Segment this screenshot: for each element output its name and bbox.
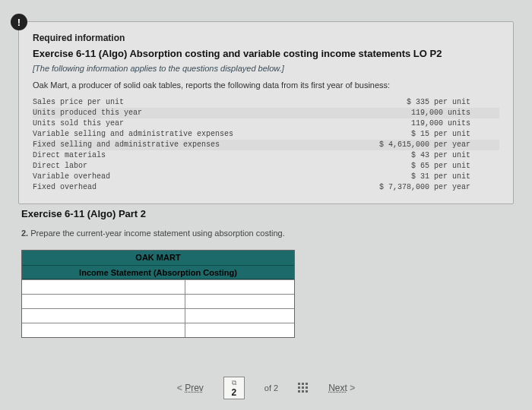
data-table: Sales price per unit$ 335 per unit Units… <box>33 97 499 193</box>
link-icon: ⧉ <box>224 377 244 386</box>
data-value: $ 335 per unit <box>294 97 499 108</box>
chevron-right-icon: > <box>350 383 355 393</box>
data-value: $ 15 per unit <box>294 129 499 140</box>
required-info-panel: Required information Exercise 6-11 (Algo… <box>18 21 514 204</box>
page-indicator[interactable]: ⧉ 2 <box>223 377 245 399</box>
worksheet-cell[interactable] <box>185 295 294 308</box>
data-label: Direct labor <box>33 161 294 172</box>
data-value: $ 7,378,000 per year <box>294 182 499 193</box>
part2-section: Exercise 6-11 (Algo) Part 2 2. Prepare t… <box>21 208 511 338</box>
prev-button[interactable]: < Prev <box>177 383 204 393</box>
data-value: 119,000 units <box>294 118 499 129</box>
worksheet-stmt-title: Income Statement (Absorption Costing) <box>22 266 294 279</box>
worksheet-cell[interactable] <box>22 323 185 337</box>
data-value: $ 43 per unit <box>294 150 499 161</box>
part2-title: Exercise 6-11 (Algo) Part 2 <box>21 208 511 219</box>
data-label: Direct materials <box>33 150 294 161</box>
data-label: Units sold this year <box>33 118 294 129</box>
chevron-left-icon: < <box>177 383 182 393</box>
data-label: Sales price per unit <box>33 97 294 108</box>
worksheet-cell[interactable] <box>185 323 294 337</box>
worksheet-cell[interactable] <box>185 309 294 323</box>
next-button[interactable]: Next > <box>328 383 355 393</box>
page-current: 2 <box>224 386 244 399</box>
part2-instruction: 2. Prepare the current-year income state… <box>21 229 511 238</box>
data-label: Units produced this year <box>33 108 294 118</box>
worksheet-cell[interactable] <box>185 280 294 294</box>
worksheet-cell[interactable] <box>22 309 185 323</box>
next-label: Next <box>328 383 347 393</box>
data-value: $ 65 per unit <box>294 161 499 172</box>
pager: < Prev ⧉ 2 of 2 Next > <box>0 377 532 399</box>
grid-icon[interactable] <box>298 383 309 393</box>
prev-label: Prev <box>185 383 204 393</box>
data-label: Variable selling and administrative expe… <box>33 129 294 140</box>
data-value: $ 4,615,000 per year <box>294 140 499 150</box>
exercise-title: Exercise 6-11 (Algo) Absorption costing … <box>33 48 499 59</box>
worksheet-cell[interactable] <box>22 280 185 294</box>
data-label: Variable overhead <box>33 172 294 182</box>
data-value: 119,000 units <box>294 108 499 118</box>
step-number: 2. <box>21 229 30 238</box>
step-text: Prepare the current-year income statemen… <box>30 229 284 238</box>
data-label: Fixed selling and administrative expense… <box>33 140 294 150</box>
data-value: $ 31 per unit <box>294 172 499 182</box>
worksheet-company: OAK MART <box>22 251 294 265</box>
required-label: Required information <box>33 33 499 43</box>
of-label: of 2 <box>264 383 278 393</box>
info-icon: ! <box>11 14 27 30</box>
applies-note: [The following information applies to th… <box>33 64 499 73</box>
scenario-text: Oak Mart, a producer of solid oak tables… <box>33 80 499 90</box>
data-label: Fixed overhead <box>33 182 294 193</box>
worksheet-table[interactable]: OAK MART Income Statement (Absorption Co… <box>21 250 295 338</box>
worksheet-cell[interactable] <box>22 295 185 308</box>
